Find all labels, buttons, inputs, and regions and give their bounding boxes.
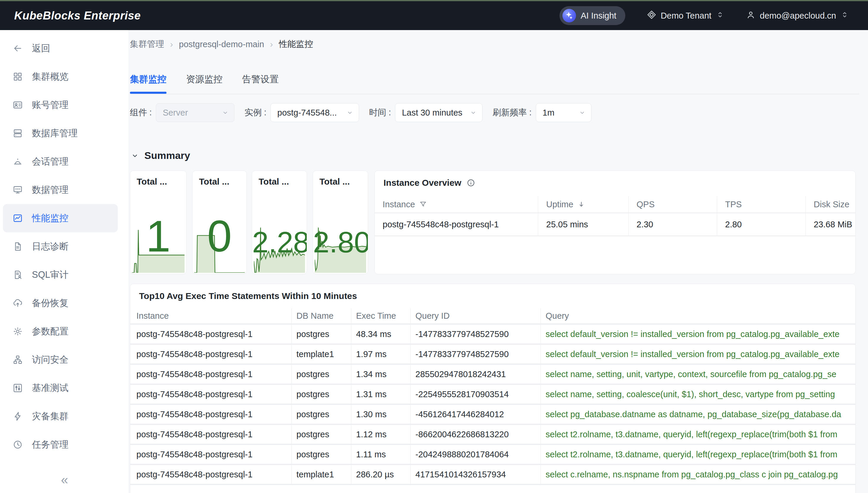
refresh-rate-select-value: 1m (543, 108, 554, 117)
cell-tps: 2.80 (717, 213, 805, 236)
chevron-down-icon[interactable] (131, 152, 139, 160)
sidebar-item-back[interactable]: 返回 (0, 34, 129, 63)
refresh-rate-select[interactable]: 1m (536, 103, 591, 122)
sidebar-collapse-button[interactable]: « (0, 472, 129, 487)
stat-card-title: Total ... (259, 177, 307, 187)
grid-icon (13, 71, 23, 82)
breadcrumb-item[interactable]: 集群管理 (130, 38, 164, 50)
cell-exec-time: 1.12 ms (351, 425, 410, 444)
sidebar-item-task-management[interactable]: 任务管理 (0, 430, 129, 459)
column-header-query: Query (541, 308, 855, 323)
sidebar-item-sql-audit[interactable]: SQL审计 (0, 261, 129, 289)
tab-alert-settings[interactable]: 告警设置 (242, 73, 279, 94)
stat-card-title: Total ... (320, 177, 368, 187)
sidebar-nav: 返回 集群概览 账号管理 数据库管理 会话管理 数据管理 (0, 30, 129, 459)
sidebar-item-label: 集群概览 (32, 70, 68, 83)
cell-query-link[interactable]: select t2.rolname, t3.datname, queryid, … (541, 425, 855, 444)
sidebar-item-label: SQL审计 (32, 269, 68, 281)
cell-query-id: -2042498880201784064 (410, 445, 541, 464)
column-header-qps[interactable]: QPS (628, 196, 717, 213)
cell-db-name: postgres (291, 425, 351, 444)
sliders-icon (13, 383, 23, 393)
tab-cluster-monitoring[interactable]: 集群监控 (130, 73, 166, 94)
cell-db-name: postgres (291, 325, 351, 343)
cell-query-link[interactable]: select c.relname, ns.nspname from pg_cat… (541, 465, 855, 484)
user-label: demo@apecloud.cn (760, 11, 836, 21)
sidebar-item-backup-restore[interactable]: 备份恢复 (0, 289, 129, 317)
cell-query-link[interactable]: select name, setting, unit, vartype, con… (541, 365, 855, 384)
cell-uptime: 25.05 mins (538, 213, 628, 236)
stat-card-value: 0 (193, 214, 246, 258)
sidebar-item-session-management[interactable]: 会话管理 (0, 147, 129, 176)
chevron-down-icon (346, 109, 354, 116)
arrow-left-icon (13, 43, 23, 53)
stat-card: Total ... 1 (130, 170, 187, 274)
stat-card-value: 2.28 (252, 227, 307, 257)
cell-query-link[interactable]: select default_version != installed_vers… (541, 325, 855, 343)
stat-card: Total ... 2.80 (312, 170, 368, 274)
cell-query-link[interactable]: select name, setting, coalesce(unit, $1)… (541, 385, 855, 404)
cell-instance: postg-745548c48-postgresql-1 (375, 213, 538, 236)
sort-desc-arrow-icon (578, 200, 585, 208)
sidebar-item-label: 参数配置 (32, 325, 68, 338)
user-icon (746, 10, 756, 22)
sidebar-item-data-management[interactable]: 数据管理 (0, 176, 129, 204)
cell-instance: postg-745548c48-postgresql-1 (130, 325, 291, 343)
component-select[interactable]: Server (156, 103, 235, 122)
cell-exec-time: 1.97 ms (351, 345, 410, 364)
top10-title: Top10 Avg Exec Time Statements Within 10… (139, 291, 855, 301)
clock-icon (13, 440, 23, 450)
sidebar-item-parameter-config[interactable]: 参数配置 (0, 317, 129, 346)
table-row: postg-745548c48-postgresql-1 template1 1… (130, 345, 855, 365)
table-row: postg-745548c48-postgresql-1 postgres 1.… (130, 385, 855, 405)
cell-query-link[interactable]: select pg_database.datname as datname, p… (541, 405, 855, 424)
sidebar-item-label: 性能监控 (32, 212, 68, 224)
sidebar-item-log-diagnosis[interactable]: 日志诊断 (0, 232, 129, 261)
time-range-select[interactable]: Last 30 minutes (395, 103, 482, 122)
tab-bar-divider (130, 94, 859, 94)
sidebar-item-performance-monitoring[interactable]: 性能监控 (3, 204, 118, 232)
column-header-tps[interactable]: TPS (717, 196, 805, 213)
column-header-query-id: Query ID (410, 308, 541, 323)
cell-query-id: 2855029478018242431 (410, 365, 541, 384)
table-row: postg-745548c48-postgresql-1 postgres 1.… (130, 365, 855, 385)
instance-overview-row: postg-745548c48-postgresql-1 25.05 mins … (375, 213, 855, 236)
screen-border-strip (0, 0, 868, 1)
cloud-upload-icon (13, 298, 23, 308)
cell-exec-time: 1.30 ms (351, 405, 410, 424)
cell-exec-time: 1.34 ms (351, 365, 410, 384)
sidebar-item-database-management[interactable]: 数据库管理 (0, 119, 129, 147)
sidebar-item-benchmark[interactable]: 基准测试 (0, 374, 129, 402)
ai-insight-button[interactable]: AI Insight (560, 6, 625, 25)
sidebar: 返回 集群概览 账号管理 数据库管理 会话管理 数据管理 (0, 30, 129, 493)
cell-instance: postg-745548c48-postgresql-1 (130, 385, 291, 404)
cell-query-link[interactable]: select default_version != installed_vers… (541, 345, 855, 364)
filter-funnel-icon[interactable] (419, 200, 427, 208)
sidebar-item-account-management[interactable]: 账号管理 (0, 91, 129, 119)
tenant-selector[interactable]: Demo Tenant (647, 10, 725, 22)
breadcrumb-item[interactable]: postgresql-demo-main (179, 40, 264, 49)
cell-instance: postg-745548c48-postgresql-1 (130, 365, 291, 384)
instance-overview-header: Instance Overview (384, 178, 855, 188)
sidebar-item-access-security[interactable]: 访问安全 (0, 346, 129, 374)
component-select-value: Server (163, 108, 188, 117)
top-bar-right: AI Insight Demo Tenant demo@apecloud.cn (560, 6, 849, 25)
instance-filter-label: 实例 : (244, 107, 266, 119)
tab-resource-monitoring[interactable]: 资源监控 (186, 73, 223, 94)
sidebar-item-disaster-recovery[interactable]: 灾备集群 (0, 402, 129, 430)
column-header-disk-size[interactable]: Disk Size (805, 196, 855, 213)
component-filter-label: 组件 : (130, 107, 152, 119)
instance-select[interactable]: postg-745548... (270, 103, 359, 122)
user-menu[interactable]: demo@apecloud.cn (746, 10, 849, 22)
sidebar-item-label: 访问安全 (32, 353, 68, 366)
cell-db-name: template1 (291, 465, 351, 484)
top-bar: KubeBlocks Enterprise AI Insight Demo Te… (0, 1, 868, 30)
lightning-icon (13, 411, 23, 422)
chevron-down-icon (579, 109, 586, 116)
cell-query-link[interactable]: select t2.rolname, t3.datname, queryid, … (541, 445, 855, 464)
info-icon[interactable] (466, 178, 475, 187)
column-header-uptime[interactable]: Uptime (538, 196, 628, 213)
gear-icon (13, 326, 23, 337)
sidebar-item-cluster-overview[interactable]: 集群概览 (0, 63, 129, 91)
database-icon (13, 128, 23, 138)
